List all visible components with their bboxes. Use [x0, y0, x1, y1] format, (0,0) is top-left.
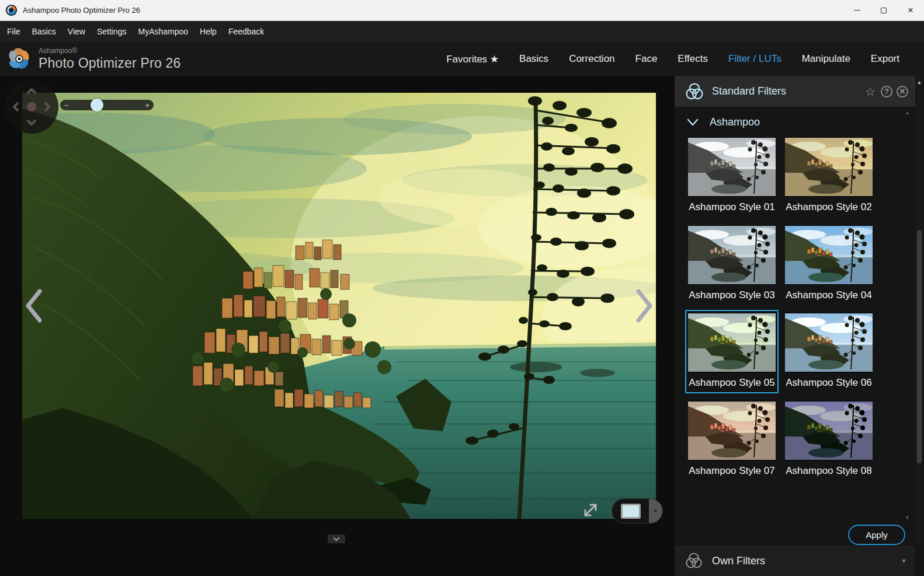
tab-export[interactable]: Export — [871, 53, 899, 65]
panel-scrollbar[interactable]: ▲ — [916, 77, 923, 544]
filter-label: Ashampoo Style 01 — [688, 200, 776, 215]
window-controls: ✕ — [843, 0, 924, 20]
filters-grid: Ashampoo Style 01 Ashampoo Style 02 Asha… — [685, 134, 913, 481]
own-filters-icon — [684, 551, 704, 571]
maximize-button[interactable] — [870, 0, 897, 20]
brand: Ashampoo® Photo Optimizer Pro 26 — [6, 46, 180, 72]
menu-view[interactable]: View — [62, 27, 91, 36]
zoom-slider[interactable]: − + — [60, 100, 154, 110]
ashampoo-swirl-icon — [6, 46, 33, 72]
view-mode-dropdown[interactable]: ▾ — [649, 499, 662, 523]
filter-thumbnail — [785, 137, 873, 197]
filter-thumbnail — [688, 137, 776, 197]
fullscreen-button[interactable] — [581, 501, 600, 519]
filter-label: Ashampoo Style 06 — [785, 376, 873, 390]
filter-thumbnail — [785, 225, 873, 285]
menu-help[interactable]: Help — [194, 27, 223, 36]
filter-item-01[interactable]: Ashampoo Style 01 — [685, 134, 779, 218]
own-filters-label: Own Filters — [712, 555, 765, 567]
list-scroll-up-icon[interactable]: ▲ — [905, 110, 910, 116]
chevron-down-icon — [685, 114, 700, 130]
filter-thumbnail — [688, 313, 776, 372]
filters-panel-header: Standard Filters ☆ ? ✕ — [675, 76, 915, 107]
app-header: Ashampoo® Photo Optimizer Pro 26 Favorit… — [0, 42, 924, 76]
next-image-button[interactable] — [634, 288, 654, 323]
viewer-area: − + ▾ — [0, 76, 675, 576]
zoom-in-icon[interactable]: + — [145, 101, 150, 110]
tab-correction[interactable]: Correction — [569, 53, 614, 65]
apply-button[interactable]: Apply — [848, 525, 905, 545]
tab-basics[interactable]: Basics — [519, 53, 548, 65]
photo-manarola-filtered — [22, 93, 656, 519]
single-view-icon — [612, 504, 649, 519]
filter-label: Ashampoo Style 07 — [688, 464, 776, 479]
filter-item-06[interactable]: Ashampoo Style 06 — [782, 310, 876, 393]
app-logo-icon — [5, 4, 18, 16]
filter-label: Ashampoo Style 04 — [785, 288, 873, 303]
filter-item-05[interactable]: Ashampoo Style 05 — [685, 310, 779, 393]
filter-label: Ashampoo Style 03 — [688, 288, 776, 303]
menu-file[interactable]: File — [6, 27, 26, 36]
expand-icon — [581, 501, 600, 519]
tab-effects[interactable]: Effects — [678, 53, 708, 65]
close-button[interactable]: ✕ — [897, 0, 924, 20]
menu-basics[interactable]: Basics — [26, 27, 62, 36]
zoom-out-icon[interactable]: − — [64, 101, 69, 110]
list-scroll-down-icon[interactable]: ▼ — [905, 515, 910, 521]
filter-item-03[interactable]: Ashampoo Style 03 — [685, 222, 779, 306]
standard-filters-icon — [684, 81, 705, 102]
panel-title: Standard Filters — [712, 85, 786, 97]
pan-control[interactable] — [5, 80, 58, 134]
previous-image-button[interactable] — [24, 288, 44, 323]
title-bar: Ashampoo Photo Optimizer Pro 26 ✕ — [0, 0, 924, 21]
filter-label: Ashampoo Style 08 — [785, 464, 873, 479]
panel-close-icon[interactable]: ✕ — [897, 86, 908, 97]
scrollbar-thumb[interactable] — [917, 230, 922, 463]
tab-face[interactable]: Face — [635, 53, 658, 65]
filter-item-07[interactable]: Ashampoo Style 07 — [685, 398, 779, 481]
menu-settings[interactable]: Settings — [91, 27, 133, 36]
view-mode-button[interactable]: ▾ — [612, 498, 663, 523]
favorite-star-icon[interactable]: ☆ — [864, 85, 877, 98]
own-filters-scroll-icon[interactable]: ▼ — [901, 557, 907, 564]
main-tabs: Favorites ★ Basics Correction Face Effec… — [446, 53, 924, 65]
filter-label: Ashampoo Style 05 — [688, 376, 776, 390]
filter-thumbnail — [785, 313, 873, 372]
filter-item-02[interactable]: Ashampoo Style 02 — [782, 134, 876, 218]
scrollbar-up-icon[interactable]: ▲ — [916, 79, 923, 85]
brand-product: Photo Optimizer Pro 26 — [39, 55, 180, 71]
menu-myashampoo[interactable]: MyAshampoo — [132, 27, 194, 36]
filter-item-08[interactable]: Ashampoo Style 08 — [782, 398, 876, 481]
filter-group-label: Ashampoo — [710, 116, 760, 128]
tab-manipulate[interactable]: Manipulate — [802, 53, 850, 65]
image-preview — [22, 93, 656, 519]
menu-bar: File Basics View Settings MyAshampoo Hel… — [0, 21, 924, 42]
filter-thumbnail — [688, 225, 776, 285]
tab-favorites[interactable]: Favorites ★ — [446, 53, 499, 65]
filter-group-ashampoo[interactable]: Ashampoo — [685, 114, 760, 130]
app-window: Ashampoo Photo Optimizer Pro 26 ✕ File B… — [0, 0, 924, 576]
collapse-toolbar-tab[interactable] — [328, 535, 345, 543]
own-filters-section[interactable]: Own Filters ▼ — [675, 546, 915, 576]
zoom-slider-thumb[interactable] — [91, 99, 103, 111]
filter-label: Ashampoo Style 02 — [785, 200, 873, 215]
filter-thumbnail — [688, 401, 776, 460]
window-title: Ashampoo Photo Optimizer Pro 26 — [23, 6, 140, 15]
filter-thumbnail — [785, 401, 873, 460]
filter-item-04[interactable]: Ashampoo Style 04 — [782, 222, 876, 306]
brand-company: Ashampoo® — [39, 47, 180, 55]
apply-label: Apply — [866, 530, 888, 540]
help-icon[interactable]: ? — [881, 86, 892, 97]
menu-feedback[interactable]: Feedback — [223, 27, 270, 36]
filters-panel: Standard Filters ☆ ? ✕ Ashampoo — [675, 76, 924, 576]
tab-filter-luts[interactable]: Filter / LUTs — [728, 53, 781, 65]
minimize-button[interactable] — [843, 0, 870, 20]
